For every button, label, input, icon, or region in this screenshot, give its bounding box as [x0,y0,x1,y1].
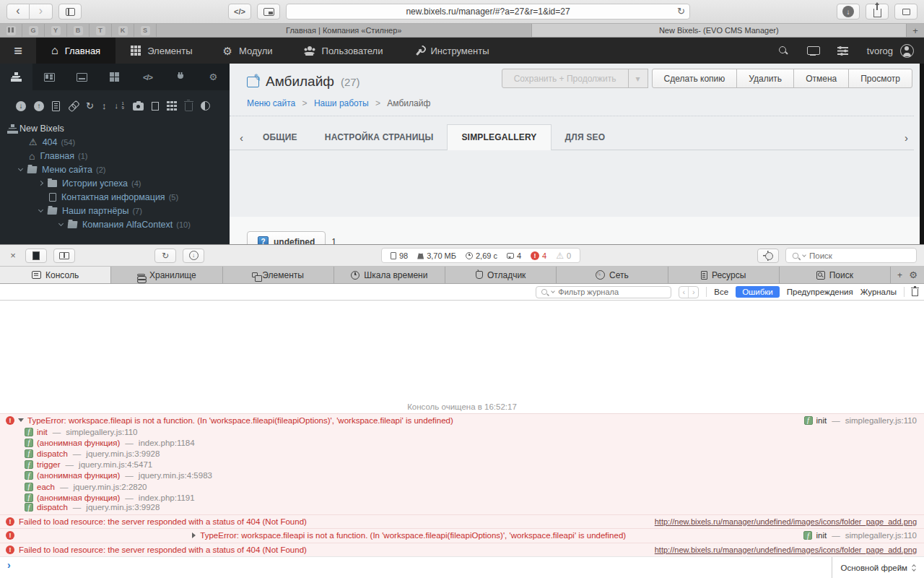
pinned-tab-y[interactable]: Y [45,24,67,37]
stack-frame[interactable]: fdispatch—jquery.min.js:3:9928 [0,448,924,459]
camera-icon[interactable] [133,103,144,111]
scope-errors[interactable]: Ошибки [736,286,780,298]
frame-location[interactable]: simplegallery.js:110 [66,428,137,436]
stack-frame[interactable]: f(анонимная функция)—index.php:1191 [0,492,924,503]
tree-item-alfacontext[interactable]: Компания AlfaContext (10) [7,217,230,231]
tab-resources[interactable]: Ресурсы [668,267,780,283]
chevron-down-icon[interactable] [38,207,43,212]
split-view-button[interactable] [53,249,75,263]
address-bar[interactable] [286,4,690,20]
tab-console[interactable]: Консоль [0,267,111,283]
error-entry-resource[interactable]: ! Failed to load resource: the server re… [0,543,924,557]
tree-item-partnery[interactable]: Наши партнёры (7) [7,204,230,217]
tab-stilner[interactable]: Главная | Компания «Стилнер» [157,24,532,37]
search-icon[interactable] [779,46,788,56]
nav-item-users[interactable]: Пользователи [288,38,398,64]
tab-storage[interactable]: Хранилище [111,267,222,283]
sidebar-tab-plugins[interactable] [164,64,196,90]
tab-nastrojka[interactable]: НАСТРОЙКА СТРАНИЦЫ [311,125,448,150]
grid-view-icon[interactable] [167,101,177,111]
tree-item-404[interactable]: ⚠ 404 (54) [7,135,230,149]
resource-url-link[interactable]: http://new.bixels.ru/manager/undefined/i… [655,517,917,526]
sidebar-tab-sitemap[interactable] [0,64,32,90]
tree-link[interactable]: Истории успеха [62,178,128,189]
tab-evo-cms[interactable]: New Bixels- (EVO CMS Manager) [532,24,907,37]
frame-location[interactable]: jquery.min.js:4:5983 [139,471,212,480]
next-button[interactable]: › [689,287,698,298]
pip-button[interactable] [257,4,280,20]
settings-gear-icon[interactable]: ⚙ [909,270,918,280]
duplicate-button[interactable]: Сделать копию [652,69,738,88]
error-entry-collapsed[interactable]: ! TypeError: workspace.fileapi is not a … [0,528,924,543]
tab-elements[interactable]: Элементы [223,267,334,283]
expand-all-icon[interactable] [34,101,44,111]
page-stats[interactable]: 98 3,70 МБ 2,69 с 4 !4 ⚠0 [381,248,580,263]
resource-url-link[interactable]: http://new.bixels.ru/manager/undefined/i… [655,545,917,554]
tree-link[interactable]: Меню сайта [42,165,92,175]
log-filter-input[interactable] [558,288,652,296]
frame-function[interactable]: dispatch [37,503,68,512]
frame-function[interactable]: trigger [37,460,61,469]
nav-item-home[interactable]: ⌂ Главная [36,38,116,64]
error-origin[interactable]: f init — simplegallery.js:110 [804,416,918,425]
tree-link[interactable]: Контактная информация [61,192,165,202]
sort-updown-icon[interactable]: ↕ [102,101,107,111]
breadcrumb-link[interactable]: Наши работы [314,98,369,108]
duplicate-icon[interactable] [152,102,159,111]
element-picker-button[interactable] [757,249,779,263]
scope-warnings[interactable]: Предупреждения [787,288,853,296]
tree-link[interactable]: Компания AlfaContext [82,220,173,230]
inspector-search-field[interactable] [785,248,917,263]
chevron-right-icon[interactable] [38,181,43,186]
stack-frame[interactable]: f(анонимная функция)—jquery.min.js:4:598… [0,470,924,481]
weblink-icon[interactable] [66,99,80,113]
sort-numeric-icon[interactable] [114,101,125,111]
scope-all[interactable]: Все [714,288,728,296]
pinned-tab-k[interactable]: K [112,24,134,37]
frame-selector[interactable]: Основной фрейм [832,557,924,578]
view-button[interactable]: Просмотр [848,69,912,88]
back-button[interactable]: ‹ [6,4,30,20]
prev-button[interactable]: ‹ [679,287,689,298]
download-button[interactable]: ↓ [183,249,204,263]
new-tab-button[interactable]: + [907,24,924,37]
tree-link[interactable]: 404 [43,137,58,147]
frame-function[interactable]: (анонимная функция) [37,493,120,502]
settings-sliders-icon[interactable] [837,46,848,55]
sidebar-tab-templates[interactable] [66,64,98,90]
preview-monitor-icon[interactable] [807,46,819,56]
frame-function[interactable]: each [37,483,55,491]
tab-seo[interactable]: ДЛЯ SEO [552,125,619,150]
downloads-button[interactable]: ↓ [837,4,860,20]
reload-page-button[interactable]: ↻ [154,249,176,263]
delete-button[interactable]: Удалить [736,69,794,88]
nav-item-tools[interactable]: Инструменты [398,38,504,64]
close-icon[interactable]: × [7,250,19,261]
frame-location[interactable]: jquery.min.js:2:2820 [73,483,147,491]
stack-frame[interactable]: finit—simplegallery.js:110 [0,426,924,437]
frame-location[interactable]: jquery.min.js:4:5471 [79,460,152,469]
tree-item-glavnaya[interactable]: ⌂ Главная (1) [7,149,230,163]
stack-frame[interactable]: ftrigger—jquery.min.js:4:5471 [0,460,924,470]
add-tab-button[interactable]: + [897,270,902,280]
tab-obshchie[interactable]: ОБЩИЕ [249,125,311,150]
chevron-down-icon[interactable] [18,165,23,171]
disclosure-right-icon[interactable] [192,532,196,538]
clear-console-icon[interactable] [912,289,918,296]
tree-link[interactable]: Наши партнёры [62,206,128,216]
scope-logs[interactable]: Журналы [860,288,897,296]
nav-item-modules[interactable]: ⚙ Модули [208,38,288,64]
menu-toggle-button[interactable]: ≡ [0,38,36,64]
stack-frame[interactable]: f(анонимная функция)—index.php:1184 [0,437,924,448]
nav-item-elements[interactable]: Элементы [116,38,207,64]
tab-network[interactable]: Сеть [557,267,668,283]
save-dropdown-button[interactable]: ▾ [628,69,648,88]
frame-location[interactable]: jquery.min.js:3:9928 [86,503,160,512]
sidebar-tab-chunks[interactable] [98,64,131,90]
log-filter-field[interactable] [536,286,671,298]
refresh-tree-icon[interactable]: ↻ [86,101,94,111]
tab-scroll-right[interactable]: › [899,131,914,150]
frame-function[interactable]: (анонимная функция) [37,471,120,480]
user-menu[interactable]: tvorog [867,44,914,58]
tab-scroll-left[interactable]: ‹ [234,131,249,150]
